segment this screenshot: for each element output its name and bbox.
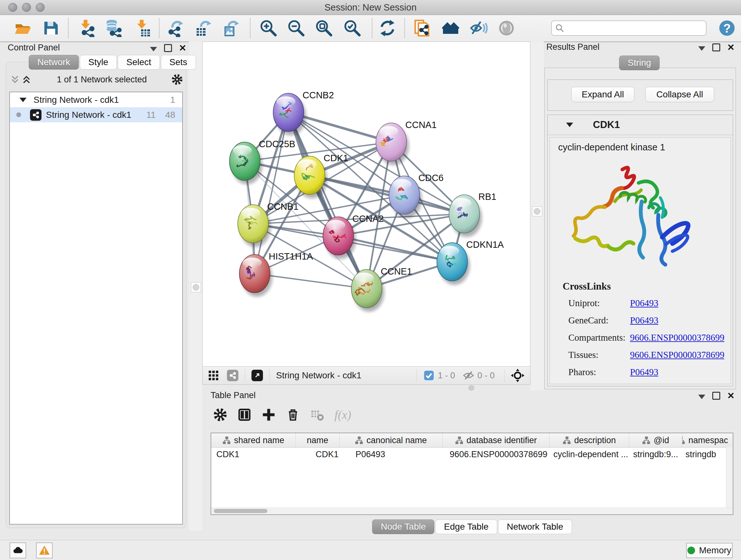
collapse-all-button[interactable]: Collapse All bbox=[645, 87, 714, 102]
horizontal-splitter-handle[interactable] bbox=[468, 385, 474, 390]
left-splitter-handle[interactable] bbox=[191, 282, 201, 293]
delete-column-icon[interactable] bbox=[286, 408, 300, 422]
add-column-icon[interactable] bbox=[262, 408, 276, 422]
table-row[interactable]: CDK1 CDK1 P06493 9606.ENSP00000378699 cy… bbox=[211, 448, 733, 461]
network-node-CDKN1A[interactable] bbox=[437, 243, 470, 285]
cell-description[interactable]: cyclin-dependent ... bbox=[549, 449, 629, 459]
apply-preferred-layout-button[interactable] bbox=[379, 19, 396, 37]
grid-view-icon[interactable] bbox=[208, 370, 219, 381]
expand-all-icon[interactable] bbox=[21, 74, 32, 85]
zoom-out-button[interactable] bbox=[287, 19, 305, 37]
cell-id[interactable]: stringdb:9... bbox=[629, 449, 682, 459]
tab-sets[interactable]: Sets bbox=[161, 55, 196, 70]
gear-icon[interactable] bbox=[172, 74, 183, 85]
glass-eye-button[interactable] bbox=[497, 19, 515, 37]
network-node-HIST1H1A[interactable] bbox=[239, 254, 272, 297]
zoom-out-icon bbox=[287, 19, 305, 37]
cell-shared-name[interactable]: CDK1 bbox=[211, 449, 296, 459]
panel-close-icon[interactable]: ✕ bbox=[727, 392, 735, 399]
column-header-description[interactable]: description bbox=[549, 433, 629, 447]
tab-string[interactable]: String bbox=[619, 56, 660, 70]
hide-glass-eye-button[interactable] bbox=[470, 19, 488, 37]
table-gear-icon[interactable] bbox=[213, 408, 227, 422]
collapse-all-icon[interactable] bbox=[9, 74, 21, 85]
string-results-card: Expand All Collapse All CDK1 cyclin-depe… bbox=[544, 68, 736, 389]
cloud-status-button[interactable] bbox=[10, 543, 26, 558]
collection-expand-icon[interactable] bbox=[19, 98, 26, 102]
export-network-button[interactable] bbox=[167, 19, 185, 37]
detach-view-icon[interactable] bbox=[252, 370, 263, 381]
help-button[interactable]: ? bbox=[718, 19, 736, 37]
memory-button[interactable]: Memory bbox=[686, 543, 733, 558]
column-header-database-identifier[interactable]: database identifier bbox=[443, 433, 549, 447]
gene-content: cyclin-dependent kinase 1 bbox=[549, 137, 731, 384]
show-columns-icon[interactable] bbox=[238, 408, 252, 422]
column-header-namespace[interactable]: namespace bbox=[682, 433, 728, 447]
import-network-from-database-button[interactable] bbox=[105, 19, 123, 37]
network-collection-row[interactable]: String Network - cdk1 1 bbox=[10, 92, 182, 107]
duplicate-network-button[interactable] bbox=[413, 19, 431, 37]
panel-close-icon[interactable]: ✕ bbox=[179, 45, 186, 52]
horizontal-scrollbar[interactable] bbox=[211, 508, 733, 514]
right-splitter[interactable] bbox=[530, 42, 544, 390]
search-input[interactable] bbox=[564, 23, 706, 34]
panel-close-icon[interactable]: ✕ bbox=[727, 44, 735, 51]
panel-float-icon[interactable] bbox=[712, 44, 720, 51]
zoom-fit-button[interactable] bbox=[315, 19, 333, 37]
birdseye-crosshair-icon[interactable] bbox=[511, 369, 524, 382]
two-houses-button[interactable] bbox=[442, 19, 460, 37]
collapse-gene-icon[interactable] bbox=[566, 123, 573, 127]
zoom-selected-button[interactable] bbox=[343, 19, 361, 37]
network-view[interactable]: CCNB2CCNA1CDC25BCDK1CDC6RB1CCNB1CCNA2CDK… bbox=[202, 42, 530, 385]
save-session-button[interactable] bbox=[42, 19, 60, 37]
tab-node-table[interactable]: Node Table bbox=[372, 519, 434, 534]
network-node-CDC6[interactable] bbox=[389, 176, 422, 218]
network-view-share-icon[interactable] bbox=[227, 370, 239, 381]
open-session-button[interactable] bbox=[14, 19, 31, 37]
import-table-from-file-button[interactable] bbox=[134, 19, 152, 37]
crosslink-uniprot-link[interactable]: P06493 bbox=[630, 298, 658, 308]
cell-name[interactable]: CDK1 bbox=[296, 449, 340, 459]
cell-canonical-name[interactable]: P06493 bbox=[340, 449, 443, 459]
tab-network[interactable]: Network bbox=[29, 55, 79, 70]
panel-float-icon[interactable] bbox=[712, 392, 720, 400]
zoom-in-button[interactable] bbox=[259, 19, 277, 37]
panel-menu-icon[interactable] bbox=[150, 47, 157, 51]
vertical-scrollbar[interactable] bbox=[726, 447, 733, 508]
panel-menu-icon[interactable] bbox=[698, 46, 705, 51]
network-node-CCNA2[interactable] bbox=[323, 217, 356, 259]
network-node-RB1[interactable] bbox=[449, 195, 482, 237]
tab-network-table[interactable]: Network Table bbox=[498, 519, 572, 534]
expand-all-button[interactable]: Expand All bbox=[571, 87, 634, 102]
column-header-id[interactable]: @id bbox=[629, 433, 682, 447]
warnings-button[interactable] bbox=[36, 543, 53, 558]
tab-style[interactable]: Style bbox=[80, 55, 117, 70]
column-header-shared-name[interactable]: shared name bbox=[211, 433, 296, 447]
horizontal-scrollbar-thumb[interactable] bbox=[214, 509, 267, 513]
network-node-CCNB2[interactable] bbox=[273, 93, 306, 135]
tab-edge-table[interactable]: Edge Table bbox=[435, 519, 497, 534]
selected-checkbox-icon[interactable] bbox=[423, 370, 434, 381]
column-header-name[interactable]: name bbox=[296, 433, 340, 447]
export-image-button[interactable] bbox=[222, 19, 240, 37]
zoom-fit-icon bbox=[315, 19, 333, 37]
crosslink-pharos-link[interactable]: P06493 bbox=[630, 367, 658, 377]
crosslink-tissues-link[interactable]: 9606.ENSP00000378699 bbox=[630, 350, 724, 360]
tab-select[interactable]: Select bbox=[118, 55, 160, 70]
export-table-button[interactable] bbox=[195, 19, 212, 37]
import-network-from-file-button[interactable] bbox=[78, 19, 96, 37]
toolbar-search[interactable] bbox=[551, 20, 706, 36]
panel-menu-icon[interactable] bbox=[698, 395, 705, 399]
column-header-canonical-name[interactable]: canonical name bbox=[340, 433, 443, 447]
gene-header[interactable]: CDK1 bbox=[548, 115, 733, 135]
network-row[interactable]: String Network - cdk1 11 48 bbox=[10, 107, 182, 122]
crosslink-compartments-link[interactable]: 9606.ENSP00000378699 bbox=[630, 332, 724, 343]
network-canvas[interactable]: CCNB2CCNA1CDC25BCDK1CDC6RB1CCNB1CCNA2CDK… bbox=[203, 42, 530, 367]
cell-namespace[interactable]: stringdb bbox=[682, 449, 728, 459]
panel-float-icon[interactable] bbox=[164, 44, 172, 52]
crosslink-genecard-link[interactable]: P06493 bbox=[630, 315, 658, 325]
cell-database-identifier[interactable]: 9606.ENSP00000378699 bbox=[443, 449, 549, 459]
right-splitter-handle[interactable] bbox=[532, 206, 542, 216]
network-node-CCNE1[interactable] bbox=[351, 269, 384, 312]
left-splitter[interactable] bbox=[189, 42, 202, 531]
